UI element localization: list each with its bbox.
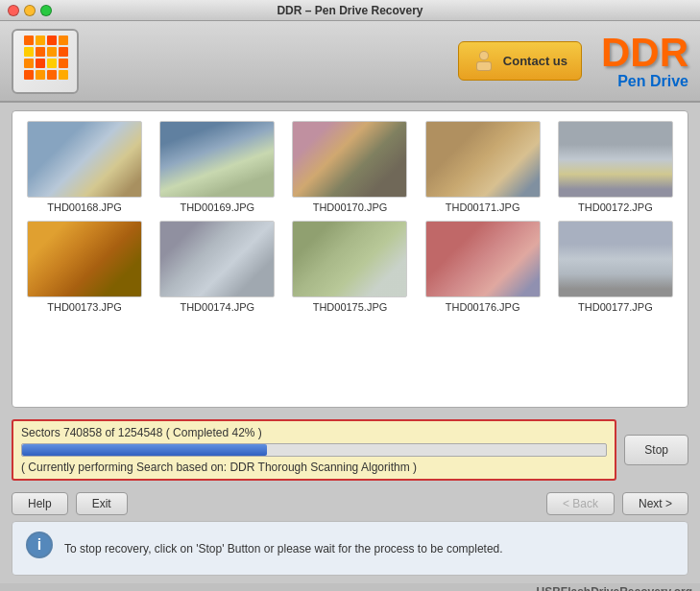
thumbnail-label: THD00173.JPG bbox=[47, 301, 122, 313]
info-icon: i bbox=[24, 530, 55, 567]
svg-rect-11 bbox=[59, 59, 68, 68]
help-button[interactable]: Help bbox=[12, 492, 68, 515]
list-item[interactable]: THD00171.JPG bbox=[421, 121, 545, 213]
thumbnail-image bbox=[159, 221, 275, 297]
window-controls[interactable] bbox=[8, 5, 52, 16]
list-item[interactable]: THD00173.JPG bbox=[22, 221, 147, 313]
thumbnail-label: THD00174.JPG bbox=[180, 301, 254, 313]
svg-rect-2 bbox=[47, 35, 57, 45]
thumbnail-image bbox=[27, 121, 142, 198]
thumbnail-label: THD00171.JPG bbox=[446, 201, 520, 213]
thumbnail-image bbox=[27, 221, 142, 297]
thumbnail-image bbox=[425, 121, 541, 198]
app-header: Contact us DDR Pen Drive bbox=[0, 21, 700, 103]
svg-text:i: i bbox=[37, 536, 41, 553]
thumbnail-image bbox=[558, 121, 673, 198]
list-item[interactable]: THD00176.JPG bbox=[421, 221, 545, 313]
contact-icon bbox=[472, 48, 495, 74]
title-bar: DDR – Pen Drive Recovery bbox=[0, 0, 700, 21]
svg-rect-4 bbox=[24, 47, 34, 57]
svg-rect-9 bbox=[36, 59, 45, 68]
thumbnail-label: THD00169.JPG bbox=[180, 201, 254, 213]
svg-rect-0 bbox=[24, 35, 34, 45]
contact-button[interactable]: Contact us bbox=[458, 41, 582, 81]
thumbnail-label: THD00177.JPG bbox=[578, 301, 653, 313]
brand-text: USBFlashDriveRecovery.org bbox=[536, 585, 692, 591]
ddr-title: DDR bbox=[601, 33, 688, 73]
thumbnail-image bbox=[292, 221, 407, 297]
svg-rect-14 bbox=[47, 70, 57, 80]
stop-button[interactable]: Stop bbox=[624, 435, 688, 465]
thumbnail-label: THD00175.JPG bbox=[313, 301, 388, 313]
thumbnail-label: THD00168.JPG bbox=[47, 201, 122, 213]
ddr-logo: DDR Pen Drive bbox=[601, 33, 688, 90]
thumbnail-label: THD00170.JPG bbox=[313, 201, 388, 213]
list-item[interactable]: THD00169.JPG bbox=[155, 121, 279, 213]
svg-rect-15 bbox=[59, 70, 68, 80]
thumbnail-grid: THD00168.JPG THD00169.JPG THD00170.JPG T… bbox=[22, 121, 678, 313]
thumbnail-image bbox=[558, 221, 673, 297]
exit-button[interactable]: Exit bbox=[76, 492, 128, 515]
sectors-text: Sectors 740858 of 1254548 ( Completed 42… bbox=[21, 426, 607, 439]
svg-rect-19 bbox=[477, 62, 491, 70]
back-button[interactable]: < Back bbox=[546, 492, 615, 515]
svg-rect-7 bbox=[59, 47, 68, 57]
svg-rect-13 bbox=[36, 70, 45, 80]
list-item[interactable]: THD00174.JPG bbox=[155, 221, 279, 313]
svg-rect-10 bbox=[47, 59, 57, 68]
scanning-text: ( Currently performing Search based on: … bbox=[21, 461, 607, 474]
svg-rect-6 bbox=[47, 47, 57, 57]
list-item[interactable]: THD00170.JPG bbox=[287, 121, 412, 213]
pen-drive-subtitle: Pen Drive bbox=[601, 73, 688, 90]
thumbnail-image bbox=[159, 121, 275, 198]
thumbnail-panel: THD00168.JPG THD00169.JPG THD00170.JPG T… bbox=[12, 110, 688, 408]
svg-rect-5 bbox=[36, 47, 45, 57]
minimize-button[interactable] bbox=[24, 5, 36, 16]
app-logo bbox=[12, 29, 79, 94]
navigation-bar: Help Exit < Back Next > bbox=[12, 492, 688, 515]
svg-point-18 bbox=[480, 52, 488, 59]
thumbnail-image bbox=[425, 221, 541, 297]
thumbnail-label: THD00176.JPG bbox=[446, 301, 520, 313]
info-message: To stop recovery, click on 'Stop' Button… bbox=[64, 542, 503, 556]
svg-rect-12 bbox=[24, 70, 34, 80]
logo-icon bbox=[22, 34, 68, 88]
info-panel: i To stop recovery, click on 'Stop' Butt… bbox=[12, 521, 688, 576]
close-button[interactable] bbox=[8, 5, 19, 16]
progress-bar-fill bbox=[22, 444, 267, 456]
maximize-button[interactable] bbox=[40, 5, 52, 16]
window-title: DDR – Pen Drive Recovery bbox=[277, 4, 422, 17]
progress-bar-background bbox=[21, 443, 607, 457]
list-item[interactable]: THD00172.JPG bbox=[553, 121, 678, 213]
list-item[interactable]: THD00168.JPG bbox=[22, 121, 147, 213]
thumbnail-label: THD00172.JPG bbox=[578, 201, 653, 213]
progress-panel: Sectors 740858 of 1254548 ( Completed 42… bbox=[12, 419, 616, 481]
svg-rect-8 bbox=[24, 59, 34, 68]
list-item[interactable]: THD00175.JPG bbox=[287, 221, 412, 313]
footer-brand: USBFlashDriveRecovery.org bbox=[0, 583, 700, 591]
next-button[interactable]: Next > bbox=[622, 492, 688, 515]
list-item[interactable]: THD00177.JPG bbox=[553, 221, 678, 313]
main-content: THD00168.JPG THD00169.JPG THD00170.JPG T… bbox=[0, 103, 700, 583]
svg-rect-1 bbox=[36, 35, 45, 45]
svg-rect-3 bbox=[59, 35, 68, 45]
contact-label: Contact us bbox=[503, 54, 567, 68]
thumbnail-image bbox=[292, 121, 407, 198]
